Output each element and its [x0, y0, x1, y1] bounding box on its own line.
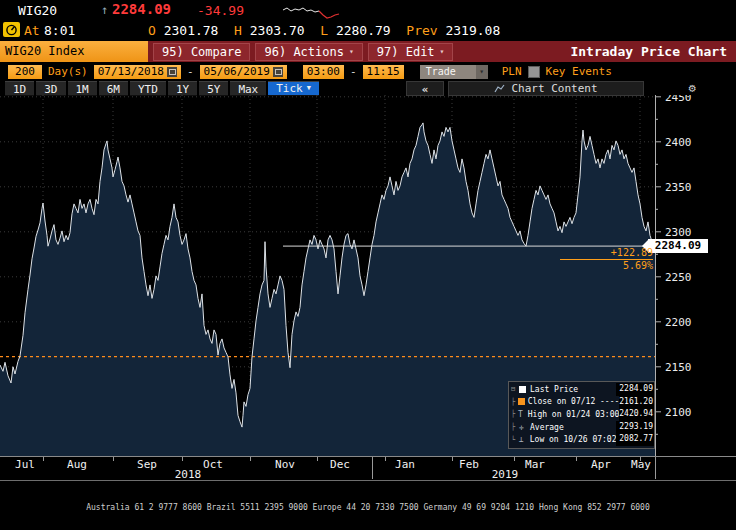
- y-tick-label: 2150: [665, 361, 692, 374]
- x-month-label: Jul: [15, 458, 35, 471]
- mini-sparkline: [283, 2, 341, 20]
- ohlc-label: O: [148, 23, 164, 38]
- period-tab[interactable]: 6M: [99, 81, 128, 96]
- change-value: +122.89: [560, 247, 653, 260]
- x-month-label: May: [631, 458, 651, 471]
- x-axis-tick: [372, 457, 373, 479]
- change-from-close-labels: +122.89 5.69%: [560, 247, 653, 271]
- x-month-label: Apr: [591, 458, 611, 471]
- x-axis-tick: [182, 457, 183, 461]
- legend-swatch-icon: [519, 386, 530, 393]
- chevron-down-icon: ▼: [307, 81, 311, 96]
- legend-row[interactable]: ⊟ Last Price 2284.09: [511, 383, 654, 396]
- chart-toolbar: 200 Day(s) 07/13/2018 - 05/06/2019 03:00…: [0, 63, 736, 80]
- collapse-panel-button[interactable]: «: [406, 81, 444, 96]
- calendar-icon[interactable]: [167, 67, 177, 77]
- chart-content-icon: [494, 83, 505, 94]
- at-label: At: [24, 23, 40, 38]
- legend-swatch-icon: [518, 398, 528, 405]
- range-dash: -: [187, 65, 194, 78]
- x-month-label: Feb: [459, 458, 479, 471]
- legend-value: 2284.09: [616, 383, 654, 396]
- period-tab-bar: 1D3D1M6MYTD1Y5YMax Tick▼ « Chart Content…: [0, 81, 736, 96]
- settings-gear-icon[interactable]: ⚙: [648, 81, 736, 96]
- period-tab[interactable]: 1Y: [168, 81, 197, 96]
- legend-value: 2161.20: [619, 396, 654, 409]
- ohlc-label: L: [320, 23, 336, 38]
- change-percent: 5.69%: [560, 260, 653, 271]
- legend-row[interactable]: ├ Close on 07/12 ---- 2161.20: [511, 396, 654, 409]
- legend-label: Last Price: [530, 385, 616, 394]
- x-month-label: Jan: [395, 458, 415, 471]
- y-tick-label: 2450: [665, 95, 692, 104]
- time-dash: -: [350, 65, 357, 78]
- x-axis-tick: [113, 457, 114, 461]
- legend-value: 2420.94: [619, 408, 654, 421]
- period-tab[interactable]: YTD: [130, 81, 166, 96]
- terminal-footer: Australia 61 2 9777 8600 Brazil 5511 239…: [0, 484, 736, 530]
- legend-value: 2082.77: [616, 433, 654, 446]
- price-source-dropdown[interactable]: Trade▾: [420, 65, 488, 79]
- x-axis-tick: [514, 457, 515, 461]
- x-month-label: Mar: [525, 458, 545, 471]
- date-to-input[interactable]: 05/06/2019: [200, 65, 287, 79]
- date-from-input[interactable]: 07/13/2018: [94, 65, 181, 79]
- legend-row[interactable]: ├ ✛ Average 2293.19: [511, 421, 654, 434]
- ohlc-header: At 8:01 O 2301.78 H 2303.70 L 2280.79 Pr…: [0, 21, 736, 40]
- menu-bar: WIG20 Index 95) Compare96) Actions▾97) E…: [0, 41, 736, 62]
- y-tick-label: 2300: [665, 226, 692, 239]
- legend-tree-glyph: └: [511, 436, 519, 444]
- interval-dropdown[interactable]: Tick▼: [268, 81, 319, 96]
- period-tab[interactable]: 1M: [68, 81, 97, 96]
- x-axis-tick: [250, 457, 251, 461]
- legend-swatch-icon: T: [518, 410, 528, 419]
- currency-label[interactable]: PLN: [502, 65, 522, 78]
- x-month-label: Oct: [203, 458, 223, 471]
- legend-row[interactable]: ├ T High on 01/24 03:00 2420.94: [511, 408, 654, 421]
- range-unit-label: Day(s): [48, 65, 88, 78]
- bloomberg-terminal-window: WIG20 ↑ 2284.09 -34.99 At 8:01 O 2301.78…: [0, 0, 736, 530]
- net-change-value: -34.99: [197, 3, 244, 18]
- legend-label: Low on 10/26 07:02: [530, 435, 617, 444]
- legend-label: Average: [530, 423, 616, 432]
- x-month-label: Dec: [330, 458, 350, 471]
- x-month-label: Sep: [137, 458, 157, 471]
- ohlc-value: 2303.70: [250, 23, 320, 38]
- key-events-checkbox[interactable]: [528, 66, 540, 78]
- menu-button[interactable]: 97) Edit▾: [368, 43, 454, 61]
- legend-label: Close on 07/12 ----: [528, 397, 620, 406]
- x-month-label: Nov: [275, 458, 295, 471]
- time-from-input[interactable]: 03:00: [303, 65, 344, 79]
- y-tick-label: 2200: [665, 316, 692, 329]
- legend-row[interactable]: └ ⊥ Low on 10/26 07:02 2082.77: [511, 433, 654, 446]
- time-to-input[interactable]: 11:15: [363, 65, 404, 79]
- ohlc-values: O 2301.78 H 2303.70 L 2280.79 Prev 2319.…: [148, 23, 516, 38]
- range-value-input[interactable]: 200: [8, 65, 42, 79]
- period-tab[interactable]: 5Y: [199, 81, 228, 96]
- period-tab[interactable]: 1D: [5, 81, 34, 96]
- last-price-value: 2284.09: [112, 1, 171, 17]
- legend-label: High on 01/24 03:00: [528, 410, 620, 419]
- y-tick-label: 2400: [665, 136, 692, 149]
- ticker-symbol: WIG20: [18, 3, 57, 18]
- menu-button[interactable]: 95) Compare: [153, 43, 250, 61]
- function-title: Intraday Price Chart: [570, 44, 727, 59]
- chevron-down-icon: ▾: [349, 47, 354, 56]
- x-axis: JulAugSepOctNovDecJanFebMarAprMay2018201…: [0, 456, 736, 480]
- direction-arrow-icon: ↑: [101, 3, 108, 17]
- x-axis-tick: [317, 457, 318, 461]
- last-price-axis-label: 2284.09: [648, 239, 708, 253]
- period-tab[interactable]: 3D: [36, 81, 65, 96]
- x-axis-tick: [452, 457, 453, 461]
- x-axis-tick: [43, 457, 44, 461]
- ohlc-value: 2319.08: [445, 23, 515, 38]
- chart-legend: ⊟ Last Price 2284.09 ├ Close on 07/12 --…: [508, 381, 655, 449]
- period-tab[interactable]: Max: [230, 81, 266, 96]
- security-name-box[interactable]: WIG20 Index: [0, 41, 148, 62]
- legend-swatch-icon: ✛: [519, 423, 530, 432]
- y-tick-label: 2350: [665, 181, 692, 194]
- chart-content-button[interactable]: Chart Content: [448, 81, 644, 96]
- menu-button[interactable]: 96) Actions▾: [255, 43, 362, 61]
- ohlc-label: H: [234, 23, 250, 38]
- calendar-icon[interactable]: [273, 67, 283, 77]
